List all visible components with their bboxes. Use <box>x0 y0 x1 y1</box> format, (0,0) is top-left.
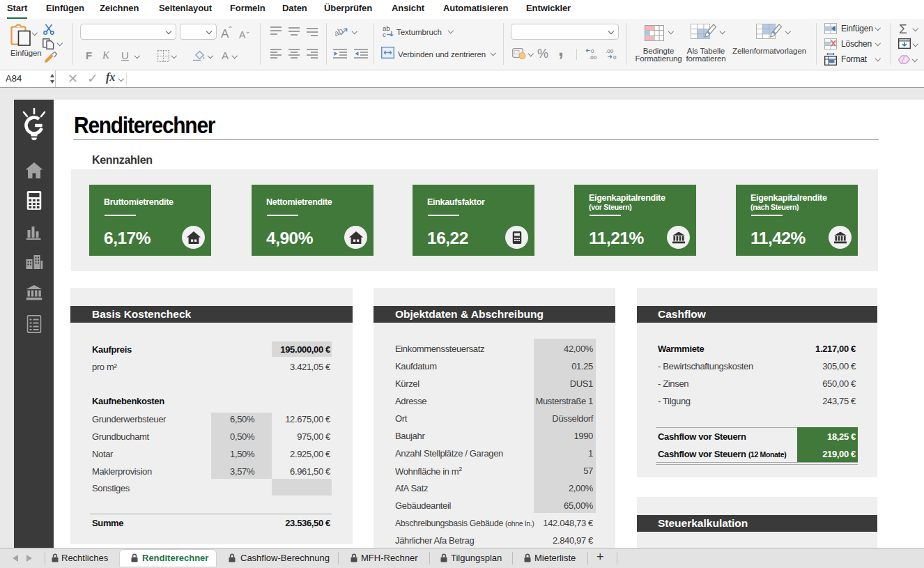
svg-text:0: 0 <box>613 54 617 60</box>
svg-text:.00: .00 <box>606 48 614 54</box>
svg-text:0: 0 <box>591 48 594 54</box>
svg-text:.00: .00 <box>589 54 597 60</box>
svg-text:c: c <box>383 31 386 38</box>
